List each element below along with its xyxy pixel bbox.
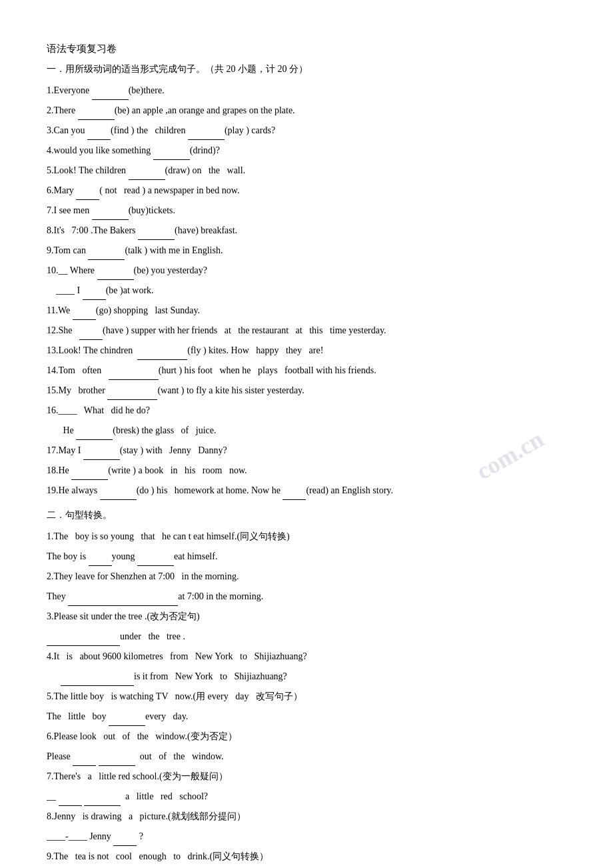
- s2-q1: 1.The boy is so young that he can t eat …: [47, 527, 566, 546]
- blank-s2-3a: [47, 635, 83, 646]
- s2-q3: 3.Please sit under the tree .(改为否定句): [47, 607, 566, 626]
- line-1: 1.Everyone (be)there.: [47, 81, 566, 100]
- blank-13: [137, 349, 187, 360]
- s2-q2: 2.They leave for Shenzhen at 7:00 in the…: [47, 567, 566, 586]
- blank-s2-6a: [73, 755, 96, 766]
- s2-a3: under the tree .: [47, 627, 566, 646]
- s2-a8: ____-____ Jenny ?: [47, 827, 566, 846]
- line-11: 11.We (go) shopping last Sunday.: [47, 301, 566, 320]
- line-14: 14.Tom often (hurt ) his foot when he pl…: [47, 361, 566, 380]
- blank-s2-7b: [84, 795, 121, 806]
- s2-a6: Please out of the window.: [47, 747, 566, 766]
- line-2: 2.There (be) an apple ,an orange and gra…: [47, 101, 566, 120]
- blank-9: [88, 249, 125, 260]
- s2-a4: is it from New York to Shijiazhuang?: [47, 667, 566, 686]
- line-4: 4.would you like something (drind)?: [47, 141, 566, 160]
- blank-s2-1b: [137, 555, 174, 566]
- s2-q6: 6.Please look out of the window.(变为否定）: [47, 727, 566, 746]
- blank-8: [138, 229, 175, 240]
- blank-s2-1a: [89, 555, 112, 566]
- s2-q4: 4.It is about 9600 kilometres from New Y…: [47, 647, 566, 666]
- line-16: 16.____ What did he do?: [47, 401, 566, 420]
- blank-s2-7a: [59, 795, 82, 806]
- s2-q5: 5.The little boy is watching TV now.(用 e…: [47, 687, 566, 706]
- line-6: 6.Mary ( not read ) a newspaper in bed n…: [47, 181, 566, 200]
- line-18: 18.He (write ) a book in his room now.: [47, 461, 566, 480]
- blank-10b: [83, 289, 106, 300]
- blank-s2-4b: [97, 675, 134, 686]
- blank-s2-5: [109, 715, 145, 726]
- line-19: 19.He always (do ) his homework at home.…: [47, 481, 566, 500]
- blank-19a: [100, 489, 137, 500]
- line-7: 7.I see men (buy)tickets.: [47, 201, 566, 220]
- section2: 二．句型转换。 1.The boy is so young that he ca…: [47, 507, 566, 868]
- line-9: 9.Tom can (talk ) with me in English.: [47, 241, 566, 260]
- page-title: 语法专项复习卷: [47, 40, 566, 58]
- s2-q9: 9.The tea is not cool enough to drink.(同…: [47, 847, 566, 866]
- blank-s2-2b: [105, 595, 141, 606]
- blank-s2-2a: [68, 595, 105, 606]
- blank-19b: [283, 489, 306, 500]
- blank-4: [153, 149, 190, 160]
- s2-q8: 8.Jenny is drawing a picture.(就划线部分提问）: [47, 807, 566, 826]
- line-5: 5.Look! The children (draw) on the wall.: [47, 161, 566, 180]
- blank-7: [92, 209, 129, 220]
- line-13: 13.Look! The chindren (fly ) kites. How …: [47, 341, 566, 360]
- blank-10: [97, 269, 134, 280]
- blank-1: [92, 89, 129, 100]
- blank-s2-4a: [61, 675, 97, 686]
- s2-a2: They at 7:00 in the morning.: [47, 587, 566, 606]
- line-10b: ____ I (be )at work.: [47, 281, 566, 300]
- blank-11: [73, 309, 96, 320]
- line-8: 8.It's 7:00 .The Bakers (have) breakfast…: [47, 221, 566, 240]
- blank-s2-8: [113, 835, 137, 846]
- line-17: 17.May I (stay ) with Jenny Danny?: [47, 441, 566, 460]
- blank-16: [76, 429, 113, 440]
- blank-s2-6b: [99, 755, 135, 766]
- blank-15: [107, 389, 157, 400]
- blank-6: [76, 189, 99, 200]
- blank-18: [71, 469, 108, 480]
- line-16b: He (bresk) the glass of juice.: [47, 421, 566, 440]
- line-15: 15.My brother (want ) to fly a kite his …: [47, 381, 566, 400]
- section1-content: 1.Everyone (be)there. 2.There (be) an ap…: [47, 81, 566, 500]
- line-3: 3.Can you (find ) the children (play ) c…: [47, 121, 566, 140]
- blank-2: [78, 109, 115, 120]
- section1-header: 一．用所级动词的适当形式完成句子。（共 20 小题，计 20 分）: [47, 61, 566, 77]
- line-12: 12.She (have ) supper with her friends a…: [47, 321, 566, 340]
- line-10: 10.__ Where (be) you yesterday?: [47, 261, 566, 280]
- blank-s2-2c: [141, 595, 178, 606]
- blank-12: [79, 329, 103, 340]
- blank-17: [83, 449, 120, 460]
- s2-a7: __ a little red school?: [47, 787, 566, 806]
- s2-a5: The little boy every day.: [47, 707, 566, 726]
- blank-s2-3b: [83, 635, 120, 646]
- blank-3a: [87, 129, 111, 140]
- s2-q7: 7.There's a little red school.(变为一般疑问）: [47, 767, 566, 786]
- section2-header: 二．句型转换。: [47, 507, 566, 523]
- blank-14: [109, 369, 159, 380]
- s2-a1: The boy is young eat himself.: [47, 547, 566, 566]
- blank-5: [129, 169, 165, 180]
- blank-3b: [188, 129, 225, 140]
